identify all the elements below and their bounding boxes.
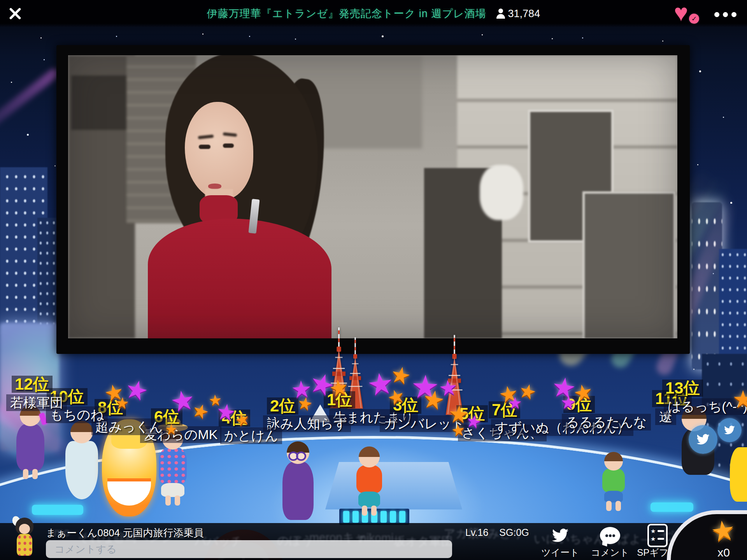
performer-earring (248, 199, 260, 234)
scene-background (68, 55, 135, 338)
scene-building (457, 55, 677, 338)
tweet-button[interactable]: ツイート (537, 525, 584, 559)
twitter-bird-icon (717, 418, 742, 442)
avatar-ramen-girl (102, 419, 156, 516)
star-gift-count: x0 (717, 546, 730, 559)
glasses-icon (288, 452, 306, 458)
live-title: 伊藤万理華『エトランゼ』発売記念トーク in 週プレ酒場 (207, 7, 486, 21)
scene-background (196, 55, 422, 149)
stage-light-strip (651, 502, 693, 512)
performer-red-collar (200, 195, 238, 224)
comment-button[interactable]: コメント (587, 525, 633, 559)
tweet-label: ツイート (537, 546, 584, 559)
performer-red-top (148, 219, 331, 338)
level-status: Lv.16 SG:0G (465, 527, 529, 538)
top-bar: 伊藤万理華『エトランゼ』発売記念トーク in 週プレ酒場 31,784 ♥ ✓ (0, 0, 747, 27)
stage-light-strip (32, 505, 83, 515)
scene-cloth (480, 165, 523, 220)
viewer-count: 31,784 (508, 8, 540, 20)
scene-background (126, 55, 197, 223)
performer-eye (199, 145, 210, 149)
straw-hat (158, 423, 188, 432)
comment-input[interactable] (46, 540, 452, 558)
scene-doorway (424, 168, 502, 338)
scene-window (582, 191, 676, 338)
my-username: まぁーくん0804 元国内旅行添乗員 (46, 526, 204, 540)
performer-eyebrow (198, 135, 214, 139)
avatar-purple-suit-glasses-boy (282, 441, 314, 520)
star-gauge-label: SG:0G (499, 527, 529, 538)
avatar-girl-light-dress (65, 421, 98, 499)
performer-face (185, 102, 253, 200)
performer-neck (205, 189, 233, 225)
white-triangle-decoration (310, 404, 331, 422)
comment-label: コメント (587, 546, 633, 559)
my-avatar (12, 518, 37, 560)
like-heart-button[interactable]: ♥ ✓ (674, 1, 701, 26)
level-label: Lv.16 (465, 527, 488, 538)
gift-list-icon: ★ ★ (647, 524, 668, 547)
scene-background (71, 75, 130, 130)
star-gift-icon: ★ (709, 516, 737, 546)
live-video-player[interactable] (56, 45, 690, 354)
avatar-straw-hat-boy (159, 429, 187, 506)
scene-window (528, 110, 614, 243)
performer-hair (165, 55, 318, 273)
twitter-bird-icon (689, 425, 717, 454)
viewer-person-icon (496, 9, 505, 19)
avatar-boy-orange-shirt (356, 446, 382, 516)
avatar-partial-yellow (730, 447, 747, 502)
performer-eyebrow (223, 132, 237, 137)
performer-ponytail (257, 76, 335, 276)
viewer-counter: 31,784 (496, 8, 540, 20)
tokyo-tower-decoration (444, 334, 465, 416)
avatar-green-shirt-girl (602, 452, 625, 511)
performer-eye (223, 144, 234, 148)
video-scene (68, 55, 677, 338)
podium-top (325, 462, 462, 509)
heart-check-badge: ✓ (688, 12, 700, 25)
tokyo-tower-decoration (345, 337, 365, 409)
twitter-icon (537, 525, 584, 546)
comment-bubble-icon (600, 527, 620, 544)
performer-lips (208, 184, 221, 189)
showroom-live-screen: 福 (0, 0, 747, 560)
heart-icon: ♥ (674, 0, 688, 26)
more-menu-button[interactable] (714, 12, 737, 18)
bottom-bar: moそれな@崎ベンジーババッチのぼうmeronキャnikomi坂オタ軍団アカ紫k… (0, 523, 747, 560)
avatar-purple-jacket-boy-with-phone (16, 405, 44, 479)
